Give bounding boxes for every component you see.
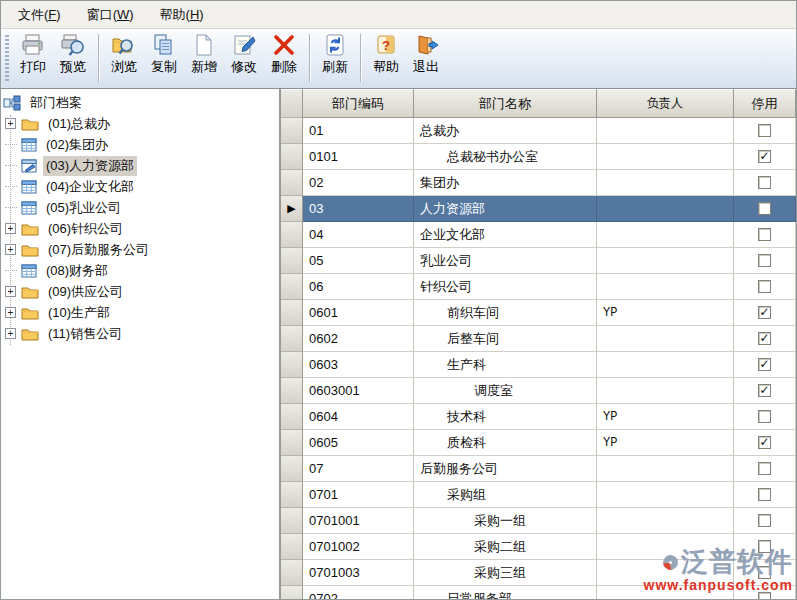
disabled-checkbox[interactable] bbox=[758, 514, 771, 527]
toolbar-exit-button[interactable]: 退出 bbox=[406, 32, 446, 84]
row-selector-cell[interactable] bbox=[281, 560, 303, 586]
row-selector-cell[interactable] bbox=[281, 326, 303, 352]
dept-code-cell[interactable]: 0701003 bbox=[303, 560, 414, 586]
disabled-checkbox[interactable] bbox=[758, 410, 771, 423]
disabled-cell[interactable] bbox=[734, 482, 796, 508]
toolbar-grip[interactable] bbox=[5, 35, 9, 81]
toolbar-delete-button[interactable]: 删除 bbox=[264, 32, 304, 84]
row-selector-cell[interactable]: ▶ bbox=[281, 196, 303, 222]
owner-cell[interactable] bbox=[597, 222, 734, 248]
table-row-07[interactable]: 07后勤服务公司 bbox=[281, 456, 796, 482]
row-selector-cell[interactable] bbox=[281, 300, 303, 326]
tree-item-09供应公司[interactable]: (09)供应公司 bbox=[1, 281, 279, 302]
column-header-flag[interactable]: 停用 bbox=[734, 89, 796, 118]
disabled-checkbox[interactable] bbox=[758, 254, 771, 267]
row-selector-cell[interactable] bbox=[281, 586, 303, 599]
dept-name-cell[interactable]: 采购三组 bbox=[414, 560, 597, 586]
expand-plus-icon[interactable] bbox=[5, 223, 16, 234]
disabled-cell[interactable] bbox=[734, 118, 796, 144]
owner-cell[interactable] bbox=[597, 586, 734, 599]
table-row-0701003[interactable]: 0701003采购三组 bbox=[281, 560, 796, 586]
dept-name-cell[interactable]: 采购组 bbox=[414, 482, 597, 508]
disabled-cell[interactable]: ✓ bbox=[734, 352, 796, 378]
dept-name-cell[interactable]: 技术科 bbox=[414, 404, 597, 430]
column-header-name[interactable]: 部门名称 bbox=[414, 89, 597, 118]
table-row-0603001[interactable]: 0603001调度室✓ bbox=[281, 378, 796, 404]
tree-item-01总裁办[interactable]: (01)总裁办 bbox=[1, 113, 279, 134]
row-selector-cell[interactable] bbox=[281, 482, 303, 508]
table-row-0605[interactable]: 0605质检科YP✓ bbox=[281, 430, 796, 456]
dept-name-cell[interactable]: 采购二组 bbox=[414, 534, 597, 560]
disabled-checkbox[interactable] bbox=[758, 202, 771, 215]
dept-code-cell[interactable]: 0701002 bbox=[303, 534, 414, 560]
expand-plus-icon[interactable] bbox=[5, 307, 16, 318]
menu-item-2[interactable]: 帮助(H) bbox=[147, 1, 217, 28]
owner-cell[interactable] bbox=[597, 534, 734, 560]
disabled-cell[interactable]: ✓ bbox=[734, 300, 796, 326]
toolbar-help-button[interactable]: ?帮助 bbox=[366, 32, 406, 84]
owner-cell[interactable]: YP bbox=[597, 300, 734, 326]
dept-code-cell[interactable]: 0702 bbox=[303, 586, 414, 599]
dept-name-cell[interactable]: 总裁秘书办公室 bbox=[414, 144, 597, 170]
owner-cell[interactable] bbox=[597, 352, 734, 378]
owner-cell[interactable] bbox=[597, 508, 734, 534]
table-row-06[interactable]: 06针织公司 bbox=[281, 274, 796, 300]
disabled-cell[interactable] bbox=[734, 560, 796, 586]
table-row-0701[interactable]: 0701采购组 bbox=[281, 482, 796, 508]
tree-item-05乳业公司[interactable]: (05)乳业公司 bbox=[1, 197, 279, 218]
dept-code-cell[interactable]: 03 bbox=[303, 196, 414, 222]
table-row-05[interactable]: 05乳业公司 bbox=[281, 248, 796, 274]
dept-code-cell[interactable]: 0604 bbox=[303, 404, 414, 430]
disabled-cell[interactable]: ✓ bbox=[734, 326, 796, 352]
dept-code-cell[interactable]: 0701 bbox=[303, 482, 414, 508]
dept-name-cell[interactable]: 采购一组 bbox=[414, 508, 597, 534]
tree-item-11销售公司[interactable]: (11)销售公司 bbox=[1, 323, 279, 344]
disabled-cell[interactable] bbox=[734, 508, 796, 534]
dept-code-cell[interactable]: 04 bbox=[303, 222, 414, 248]
dept-name-cell[interactable]: 人力资源部 bbox=[414, 196, 597, 222]
table-row-0702[interactable]: 0702日常服务部 bbox=[281, 586, 796, 599]
disabled-cell[interactable] bbox=[734, 586, 796, 599]
disabled-checkbox[interactable]: ✓ bbox=[758, 306, 771, 319]
disabled-checkbox[interactable]: ✓ bbox=[758, 150, 771, 163]
row-selector-cell[interactable] bbox=[281, 430, 303, 456]
expand-plus-icon[interactable] bbox=[5, 244, 16, 255]
tree-item-04企业文化部[interactable]: (04)企业文化部 bbox=[1, 176, 279, 197]
toolbar-copy-button[interactable]: 复制 bbox=[144, 32, 184, 84]
disabled-checkbox[interactable]: ✓ bbox=[758, 358, 771, 371]
disabled-checkbox[interactable] bbox=[758, 488, 771, 501]
disabled-checkbox[interactable] bbox=[758, 176, 771, 189]
dept-name-cell[interactable]: 前织车间 bbox=[414, 300, 597, 326]
row-selector-cell[interactable] bbox=[281, 274, 303, 300]
row-selector-cell[interactable] bbox=[281, 170, 303, 196]
dept-name-cell[interactable]: 集团办 bbox=[414, 170, 597, 196]
disabled-checkbox[interactable] bbox=[758, 462, 771, 475]
dept-code-cell[interactable]: 06 bbox=[303, 274, 414, 300]
disabled-checkbox[interactable]: ✓ bbox=[758, 384, 771, 397]
menu-item-0[interactable]: 文件(F) bbox=[5, 1, 74, 28]
owner-cell[interactable] bbox=[597, 274, 734, 300]
tree-item-02集团办[interactable]: (02)集团办 bbox=[1, 134, 279, 155]
row-selector-cell[interactable] bbox=[281, 144, 303, 170]
owner-cell[interactable] bbox=[597, 170, 734, 196]
disabled-cell[interactable] bbox=[734, 456, 796, 482]
owner-cell[interactable] bbox=[597, 144, 734, 170]
dept-code-cell[interactable]: 0701001 bbox=[303, 508, 414, 534]
owner-cell[interactable] bbox=[597, 118, 734, 144]
toolbar-refresh-button[interactable]: 刷新 bbox=[315, 32, 355, 84]
disabled-checkbox[interactable] bbox=[758, 228, 771, 241]
disabled-checkbox[interactable] bbox=[758, 124, 771, 137]
disabled-checkbox[interactable]: ✓ bbox=[758, 332, 771, 345]
disabled-cell[interactable]: ✓ bbox=[734, 378, 796, 404]
row-selector-cell[interactable] bbox=[281, 404, 303, 430]
dept-code-cell[interactable]: 0601 bbox=[303, 300, 414, 326]
expand-plus-icon[interactable] bbox=[5, 118, 16, 129]
dept-name-cell[interactable]: 日常服务部 bbox=[414, 586, 597, 599]
table-row-03[interactable]: ▶03人力资源部 bbox=[281, 196, 796, 222]
disabled-checkbox[interactable] bbox=[758, 566, 771, 579]
expand-plus-icon[interactable] bbox=[5, 328, 16, 339]
dept-code-cell[interactable]: 0605 bbox=[303, 430, 414, 456]
toolbar-browse-button[interactable]: 浏览 bbox=[104, 32, 144, 84]
dept-name-cell[interactable]: 生产科 bbox=[414, 352, 597, 378]
dept-name-cell[interactable]: 后整车间 bbox=[414, 326, 597, 352]
